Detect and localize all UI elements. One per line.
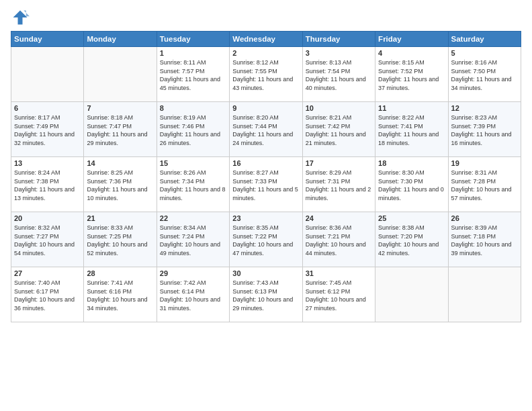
day-number: 18 bbox=[378, 159, 445, 167]
day-number: 22 bbox=[160, 214, 226, 222]
calendar-header-saturday: Saturday bbox=[448, 32, 521, 47]
day-detail: Sunrise: 8:16 AMSunset: 7:50 PMDaylight:… bbox=[451, 58, 518, 92]
day-detail: Sunrise: 8:30 AMSunset: 7:30 PMDaylight:… bbox=[378, 169, 445, 202]
calendar-cell: 5Sunrise: 8:16 AMSunset: 7:50 PMDaylight… bbox=[448, 47, 521, 102]
day-detail: Sunrise: 8:19 AMSunset: 7:46 PMDaylight:… bbox=[160, 113, 226, 147]
day-detail: Sunrise: 8:20 AMSunset: 7:44 PMDaylight:… bbox=[232, 113, 299, 147]
day-detail: Sunrise: 8:12 AMSunset: 7:55 PMDaylight:… bbox=[232, 58, 299, 92]
day-detail: Sunrise: 8:35 AMSunset: 7:22 PMDaylight:… bbox=[232, 224, 299, 257]
day-number: 9 bbox=[232, 104, 299, 112]
calendar-cell: 28Sunrise: 7:41 AMSunset: 6:16 PMDayligh… bbox=[84, 267, 157, 322]
calendar-cell: 30Sunrise: 7:43 AMSunset: 6:13 PMDayligh… bbox=[230, 267, 302, 322]
svg-marker-0 bbox=[13, 11, 28, 25]
day-detail: Sunrise: 8:23 AMSunset: 7:39 PMDaylight:… bbox=[451, 113, 518, 147]
calendar-cell bbox=[448, 267, 521, 322]
calendar-week-row: 27Sunrise: 7:40 AMSunset: 6:17 PMDayligh… bbox=[11, 267, 521, 322]
day-number: 10 bbox=[306, 104, 372, 112]
day-number: 13 bbox=[14, 159, 81, 167]
day-number: 31 bbox=[306, 269, 372, 277]
day-detail: Sunrise: 8:22 AMSunset: 7:41 PMDaylight:… bbox=[378, 113, 445, 147]
calendar-week-row: 6Sunrise: 8:17 AMSunset: 7:49 PMDaylight… bbox=[11, 102, 521, 157]
day-number: 29 bbox=[160, 269, 226, 277]
day-detail: Sunrise: 7:42 AMSunset: 6:14 PMDaylight:… bbox=[160, 279, 226, 312]
calendar-table: SundayMondayTuesdayWednesdayThursdayFrid… bbox=[11, 31, 521, 322]
calendar-header-wednesday: Wednesday bbox=[230, 32, 302, 47]
day-number: 28 bbox=[87, 269, 153, 277]
calendar-cell: 11Sunrise: 8:22 AMSunset: 7:41 PMDayligh… bbox=[375, 102, 448, 157]
day-number: 2 bbox=[232, 49, 299, 57]
calendar-cell: 20Sunrise: 8:32 AMSunset: 7:27 PMDayligh… bbox=[11, 212, 84, 267]
page: SundayMondayTuesdayWednesdayThursdayFrid… bbox=[0, 0, 532, 411]
day-number: 5 bbox=[451, 49, 518, 57]
day-number: 4 bbox=[378, 49, 445, 57]
logo-icon bbox=[11, 8, 30, 27]
day-detail: Sunrise: 8:18 AMSunset: 7:47 PMDaylight:… bbox=[87, 113, 153, 147]
calendar-cell: 6Sunrise: 8:17 AMSunset: 7:49 PMDaylight… bbox=[11, 102, 84, 157]
calendar-cell: 14Sunrise: 8:25 AMSunset: 7:36 PMDayligh… bbox=[84, 157, 157, 212]
calendar-cell: 7Sunrise: 8:18 AMSunset: 7:47 PMDaylight… bbox=[84, 102, 157, 157]
day-detail: Sunrise: 8:34 AMSunset: 7:24 PMDaylight:… bbox=[160, 224, 226, 257]
calendar-cell: 8Sunrise: 8:19 AMSunset: 7:46 PMDaylight… bbox=[157, 102, 229, 157]
day-number: 6 bbox=[14, 104, 81, 112]
day-detail: Sunrise: 8:13 AMSunset: 7:54 PMDaylight:… bbox=[306, 58, 372, 92]
day-number: 8 bbox=[160, 104, 226, 112]
day-number: 14 bbox=[87, 159, 153, 167]
day-number: 20 bbox=[14, 214, 81, 222]
day-number: 15 bbox=[160, 159, 226, 167]
calendar-header-row: SundayMondayTuesdayWednesdayThursdayFrid… bbox=[11, 32, 521, 47]
calendar-cell: 4Sunrise: 8:15 AMSunset: 7:52 PMDaylight… bbox=[375, 47, 448, 102]
calendar-cell bbox=[11, 47, 84, 102]
day-detail: Sunrise: 8:39 AMSunset: 7:18 PMDaylight:… bbox=[451, 224, 518, 257]
calendar-cell: 3Sunrise: 8:13 AMSunset: 7:54 PMDaylight… bbox=[302, 47, 375, 102]
calendar-cell: 29Sunrise: 7:42 AMSunset: 6:14 PMDayligh… bbox=[157, 267, 229, 322]
day-detail: Sunrise: 8:25 AMSunset: 7:36 PMDaylight:… bbox=[87, 169, 153, 202]
calendar-week-row: 20Sunrise: 8:32 AMSunset: 7:27 PMDayligh… bbox=[11, 212, 521, 267]
day-number: 11 bbox=[378, 104, 445, 112]
calendar-cell: 25Sunrise: 8:38 AMSunset: 7:20 PMDayligh… bbox=[375, 212, 448, 267]
calendar-header-tuesday: Tuesday bbox=[157, 32, 229, 47]
day-number: 12 bbox=[451, 104, 518, 112]
day-detail: Sunrise: 7:45 AMSunset: 6:12 PMDaylight:… bbox=[306, 279, 372, 312]
day-detail: Sunrise: 8:38 AMSunset: 7:20 PMDaylight:… bbox=[378, 224, 445, 257]
calendar-cell: 27Sunrise: 7:40 AMSunset: 6:17 PMDayligh… bbox=[11, 267, 84, 322]
calendar-week-row: 1Sunrise: 8:11 AMSunset: 7:57 PMDaylight… bbox=[11, 47, 521, 102]
calendar-cell: 19Sunrise: 8:31 AMSunset: 7:28 PMDayligh… bbox=[448, 157, 521, 212]
day-number: 3 bbox=[306, 49, 372, 57]
calendar-cell: 15Sunrise: 8:26 AMSunset: 7:34 PMDayligh… bbox=[157, 157, 229, 212]
calendar-cell: 31Sunrise: 7:45 AMSunset: 6:12 PMDayligh… bbox=[302, 267, 375, 322]
day-detail: Sunrise: 8:24 AMSunset: 7:38 PMDaylight:… bbox=[14, 169, 81, 202]
calendar-cell: 10Sunrise: 8:21 AMSunset: 7:42 PMDayligh… bbox=[302, 102, 375, 157]
calendar-header-thursday: Thursday bbox=[302, 32, 375, 47]
day-detail: Sunrise: 7:43 AMSunset: 6:13 PMDaylight:… bbox=[232, 279, 299, 312]
day-detail: Sunrise: 8:26 AMSunset: 7:34 PMDaylight:… bbox=[160, 169, 226, 202]
header bbox=[11, 8, 521, 27]
calendar-cell: 18Sunrise: 8:30 AMSunset: 7:30 PMDayligh… bbox=[375, 157, 448, 212]
day-number: 21 bbox=[87, 214, 153, 222]
day-number: 16 bbox=[232, 159, 299, 167]
logo bbox=[11, 8, 32, 27]
calendar-header-sunday: Sunday bbox=[11, 32, 84, 47]
calendar-cell: 22Sunrise: 8:34 AMSunset: 7:24 PMDayligh… bbox=[157, 212, 229, 267]
day-number: 23 bbox=[232, 214, 299, 222]
calendar-header-friday: Friday bbox=[375, 32, 448, 47]
day-number: 17 bbox=[306, 159, 372, 167]
calendar-cell: 1Sunrise: 8:11 AMSunset: 7:57 PMDaylight… bbox=[157, 47, 229, 102]
day-detail: Sunrise: 7:40 AMSunset: 6:17 PMDaylight:… bbox=[14, 279, 81, 312]
calendar-cell: 21Sunrise: 8:33 AMSunset: 7:25 PMDayligh… bbox=[84, 212, 157, 267]
calendar-cell: 9Sunrise: 8:20 AMSunset: 7:44 PMDaylight… bbox=[230, 102, 302, 157]
calendar-cell: 26Sunrise: 8:39 AMSunset: 7:18 PMDayligh… bbox=[448, 212, 521, 267]
calendar-cell: 2Sunrise: 8:12 AMSunset: 7:55 PMDaylight… bbox=[230, 47, 302, 102]
day-detail: Sunrise: 8:29 AMSunset: 7:31 PMDaylight:… bbox=[306, 169, 372, 202]
day-number: 25 bbox=[378, 214, 445, 222]
day-number: 24 bbox=[306, 214, 372, 222]
calendar-cell bbox=[84, 47, 157, 102]
day-number: 7 bbox=[87, 104, 153, 112]
day-detail: Sunrise: 8:21 AMSunset: 7:42 PMDaylight:… bbox=[306, 113, 372, 147]
day-number: 19 bbox=[451, 159, 518, 167]
day-number: 26 bbox=[451, 214, 518, 222]
day-number: 1 bbox=[160, 49, 226, 57]
calendar-cell: 16Sunrise: 8:27 AMSunset: 7:33 PMDayligh… bbox=[230, 157, 302, 212]
calendar-cell bbox=[375, 267, 448, 322]
day-detail: Sunrise: 8:31 AMSunset: 7:28 PMDaylight:… bbox=[451, 169, 518, 202]
day-detail: Sunrise: 7:41 AMSunset: 6:16 PMDaylight:… bbox=[87, 279, 153, 312]
